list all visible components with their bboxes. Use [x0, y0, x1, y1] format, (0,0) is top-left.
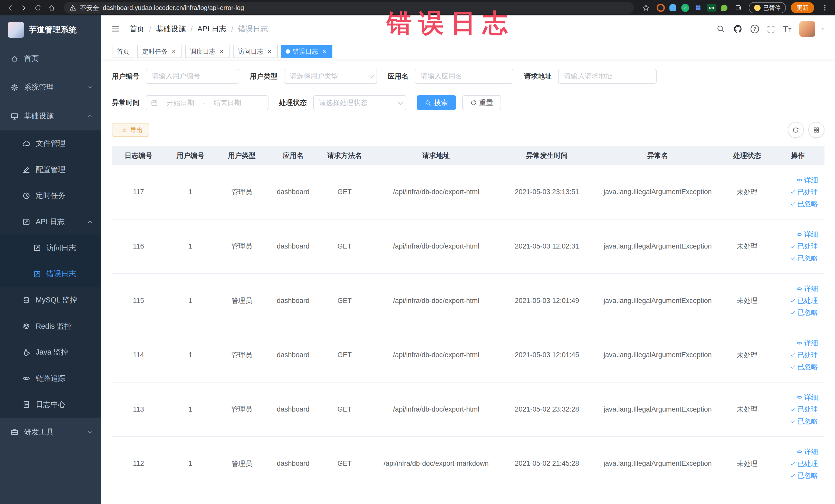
app-name-input[interactable] — [415, 69, 513, 84]
tab-access-log[interactable]: 访问日志 — [233, 45, 278, 58]
extension-icon[interactable] — [721, 5, 728, 11]
ignored-link[interactable]: 已忽略 — [790, 471, 818, 480]
sidebar-item-scheduled-task[interactable]: 定时任务 — [0, 183, 101, 209]
extension-icon[interactable] — [657, 4, 665, 12]
processed-link[interactable]: 已处理 — [790, 405, 818, 414]
eye-icon — [796, 177, 803, 183]
github-icon[interactable] — [733, 24, 742, 34]
sidebar-item-file-management[interactable]: 文件管理 — [0, 130, 101, 157]
tab-home[interactable]: 首页 — [112, 45, 134, 58]
column-settings-button[interactable] — [808, 122, 824, 138]
app-logo[interactable]: 芋道管理系统 — [0, 15, 101, 44]
sidebar-fold-icon[interactable] — [111, 24, 120, 33]
tab-schedule-log[interactable]: 调度日志 — [185, 45, 230, 58]
ignored-link[interactable]: 已忽略 — [790, 417, 818, 426]
menu-kebab-icon[interactable] — [819, 2, 831, 14]
detail-link[interactable]: 详细 — [796, 338, 818, 348]
request-url-input[interactable] — [558, 69, 657, 84]
back-button[interactable] — [4, 2, 16, 14]
process-status-select-input[interactable] — [313, 95, 406, 110]
warning-icon — [69, 4, 76, 11]
search-button[interactable]: 搜索 — [417, 95, 455, 110]
sidebar-item-config-management[interactable]: 配置管理 — [0, 157, 101, 183]
extensions-puzzle-icon[interactable] — [732, 2, 744, 14]
breadcrumb-item[interactable]: API 日志 — [197, 24, 226, 34]
cell-method: GET — [319, 188, 371, 196]
detail-link[interactable]: 详细 — [796, 230, 818, 239]
ignored-link[interactable]: 已忽略 — [790, 254, 818, 263]
refresh-button[interactable] — [788, 122, 804, 138]
detail-link[interactable]: 详细 — [796, 176, 818, 185]
chevron-down-icon[interactable] — [820, 26, 826, 32]
help-icon[interactable] — [751, 25, 759, 33]
reload-button[interactable] — [32, 2, 44, 14]
sidebar-item-redis-monitor[interactable]: Redis 监控 — [0, 313, 101, 339]
sidebar-item-java-monitor[interactable]: Java 监控 — [0, 339, 101, 366]
extension-icon[interactable] — [694, 4, 702, 12]
end-date-input[interactable] — [208, 99, 246, 107]
tab-error-log[interactable]: 错误日志 — [281, 45, 332, 58]
export-button[interactable]: 导出 — [112, 123, 149, 137]
browser-home-button[interactable] — [46, 2, 58, 14]
table-row: 116 1 管理员 dashboard GET /api/infra/db-do… — [112, 220, 824, 274]
sidebar-item-label: MySQL 监控 — [36, 295, 77, 305]
tab-timed-task[interactable]: 定时任务 — [137, 45, 182, 58]
process-status-select[interactable] — [313, 95, 406, 110]
cell-actions: 详细 已处理 已忽略 — [771, 393, 824, 426]
user-id-input[interactable] — [146, 69, 239, 84]
ignored-link[interactable]: 已忽略 — [790, 362, 818, 371]
table-row: 117 1 管理员 dashboard GET /api/infra/db-do… — [112, 165, 824, 220]
sidebar-item-system-management[interactable]: 系统管理 — [0, 73, 101, 102]
sidebar-item-mysql-monitor[interactable]: MySQL 监控 — [0, 287, 101, 313]
sidebar-item-log-center[interactable]: 日志中心 — [0, 391, 101, 418]
user-type-select-input[interactable] — [284, 69, 377, 84]
sidebar-item-label: 首页 — [24, 54, 39, 64]
processed-link[interactable]: 已处理 — [790, 296, 818, 305]
exception-time-range[interactable]: - — [146, 95, 268, 110]
close-icon[interactable] — [266, 48, 273, 55]
cell-user-type: 管理员 — [216, 350, 268, 360]
processed-link[interactable]: 已处理 — [790, 350, 818, 360]
app-title: 芋道管理系统 — [29, 24, 77, 35]
user-type-select[interactable] — [284, 69, 377, 84]
extension-icon[interactable] — [681, 4, 689, 12]
sidebar-item-access-log[interactable]: 访问日志 — [0, 235, 101, 261]
update-button[interactable]: 更新 — [791, 2, 814, 13]
paused-badge[interactable]: 已暂停 — [749, 2, 786, 13]
extension-icon[interactable] — [669, 4, 676, 11]
search-icon[interactable] — [716, 25, 725, 33]
table-row: 112 1 管理员 dashboard GET /api/infra/db-do… — [112, 437, 824, 491]
bookmark-star-icon[interactable] — [640, 2, 652, 14]
close-icon[interactable] — [321, 48, 328, 55]
close-icon[interactable] — [218, 48, 225, 55]
breadcrumb-item[interactable]: 基础设施 — [156, 24, 186, 34]
ignored-link[interactable]: 已忽略 — [790, 308, 818, 317]
processed-link[interactable]: 已处理 — [790, 459, 818, 468]
sidebar-item-home[interactable]: 首页 — [0, 44, 101, 73]
sidebar-item-trace[interactable]: 链路追踪 — [0, 365, 101, 391]
cell-method: GET — [319, 297, 371, 305]
processed-link[interactable]: 已处理 — [790, 187, 818, 197]
start-date-input[interactable] — [161, 99, 200, 107]
ignored-link[interactable]: 已忽略 — [790, 199, 818, 208]
sidebar-item-error-log[interactable]: 错误日志 — [0, 261, 101, 287]
detail-link[interactable]: 详细 — [796, 284, 818, 294]
sidebar-item-api-log[interactable]: API 日志 — [0, 209, 101, 235]
font-size-icon[interactable] — [783, 24, 791, 34]
sidebar-item-dev-tools[interactable]: 研发工具 — [0, 418, 101, 446]
address-bar[interactable]: 不安全 dashboard.yudao.iocoder.cn/infra/log… — [64, 2, 634, 14]
cloud-icon — [22, 140, 30, 148]
cell-user-id: 1 — [165, 460, 216, 467]
extension-badge-on[interactable]: on — [707, 4, 716, 12]
user-avatar[interactable] — [799, 21, 815, 37]
detail-link[interactable]: 详细 — [796, 393, 818, 402]
processed-link[interactable]: 已处理 — [790, 242, 818, 251]
sidebar-item-infrastructure[interactable]: 基础设施 — [0, 102, 101, 130]
close-icon[interactable] — [170, 48, 177, 55]
detail-link[interactable]: 详细 — [796, 447, 818, 457]
breadcrumb-item[interactable]: 首页 — [129, 24, 144, 34]
forward-button[interactable] — [18, 2, 30, 14]
filter-process-status: 处理状态 — [279, 95, 406, 110]
reset-button[interactable]: 重置 — [462, 95, 501, 110]
fullscreen-icon[interactable] — [767, 25, 775, 33]
